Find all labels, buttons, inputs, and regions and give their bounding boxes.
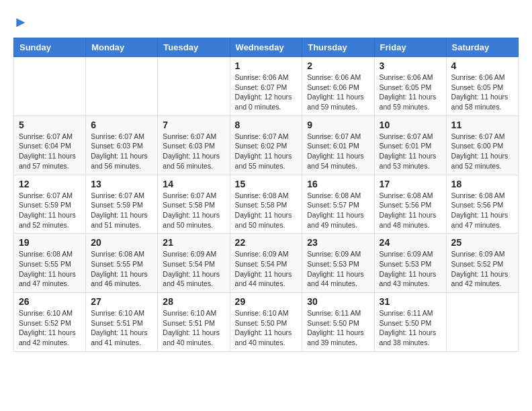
day-number: 28 [163,296,224,307]
day-number: 10 [380,120,441,130]
day-info: Sunrise: 6:07 AM Sunset: 6:01 PM Dayligh… [380,132,441,171]
day-number: 1 [235,60,298,71]
day-info: Sunrise: 6:08 AM Sunset: 5:56 PM Dayligh… [380,191,441,230]
day-info: Sunrise: 6:07 AM Sunset: 6:01 PM Dayligh… [307,132,369,171]
day-info: Sunrise: 6:08 AM Sunset: 5:55 PM Dayligh… [19,249,81,289]
weekday-header: Monday [86,38,158,57]
logo: ► [13,13,28,31]
day-info: Sunrise: 6:07 AM Sunset: 5:58 PM Dayligh… [163,191,224,230]
day-number: 20 [91,237,152,248]
day-number: 21 [163,237,224,248]
day-info: Sunrise: 6:09 AM Sunset: 5:54 PM Dayligh… [235,249,298,289]
calendar-cell: 16Sunrise: 6:08 AM Sunset: 5:57 PM Dayli… [302,175,374,234]
day-number: 6 [91,120,152,130]
weekday-header: Sunday [14,38,86,57]
day-number: 18 [451,179,513,189]
day-number: 15 [235,179,298,189]
calendar-cell: 11Sunrise: 6:07 AM Sunset: 6:00 PM Dayli… [446,116,518,175]
day-info: Sunrise: 6:10 AM Sunset: 5:52 PM Dayligh… [19,308,81,348]
weekday-header: Wednesday [230,38,302,57]
calendar-cell: 23Sunrise: 6:09 AM Sunset: 5:53 PM Dayli… [302,234,374,293]
calendar-week-row: 12Sunrise: 6:07 AM Sunset: 5:59 PM Dayli… [14,175,519,234]
day-info: Sunrise: 6:07 AM Sunset: 6:00 PM Dayligh… [451,132,513,171]
calendar-cell: 4Sunrise: 6:06 AM Sunset: 6:05 PM Daylig… [446,57,518,116]
day-number: 8 [235,120,298,130]
calendar-cell: 20Sunrise: 6:08 AM Sunset: 5:55 PM Dayli… [86,234,158,293]
day-number: 5 [19,120,81,130]
day-number: 3 [380,60,441,71]
day-info: Sunrise: 6:07 AM Sunset: 5:59 PM Dayligh… [91,191,152,230]
calendar-cell: 2Sunrise: 6:06 AM Sunset: 6:06 PM Daylig… [302,57,374,116]
calendar-cell: 9Sunrise: 6:07 AM Sunset: 6:01 PM Daylig… [302,116,374,175]
day-number: 7 [163,120,224,130]
day-info: Sunrise: 6:07 AM Sunset: 6:03 PM Dayligh… [91,132,152,171]
day-number: 2 [307,60,369,71]
calendar-cell: 18Sunrise: 6:08 AM Sunset: 5:56 PM Dayli… [446,175,518,234]
day-info: Sunrise: 6:10 AM Sunset: 5:50 PM Dayligh… [235,308,298,348]
day-info: Sunrise: 6:10 AM Sunset: 5:51 PM Dayligh… [91,308,152,348]
calendar-cell: 14Sunrise: 6:07 AM Sunset: 5:58 PM Dayli… [158,175,230,234]
day-info: Sunrise: 6:07 AM Sunset: 6:03 PM Dayligh… [163,132,224,171]
calendar-cell: 27Sunrise: 6:10 AM Sunset: 5:51 PM Dayli… [86,293,158,352]
calendar-cell [14,57,86,116]
calendar-week-row: 5Sunrise: 6:07 AM Sunset: 6:04 PM Daylig… [14,116,519,175]
day-number: 19 [19,237,81,248]
calendar-cell: 10Sunrise: 6:07 AM Sunset: 6:01 PM Dayli… [374,116,446,175]
calendar-cell: 26Sunrise: 6:10 AM Sunset: 5:52 PM Dayli… [14,293,86,352]
weekday-header: Saturday [446,38,518,57]
calendar-cell: 30Sunrise: 6:11 AM Sunset: 5:50 PM Dayli… [302,293,374,352]
day-info: Sunrise: 6:08 AM Sunset: 5:57 PM Dayligh… [307,191,369,230]
weekday-header: Tuesday [158,38,230,57]
calendar-cell: 1Sunrise: 6:06 AM Sunset: 6:07 PM Daylig… [230,57,302,116]
day-number: 27 [91,296,152,307]
calendar-cell: 7Sunrise: 6:07 AM Sunset: 6:03 PM Daylig… [158,116,230,175]
header: ► [13,13,519,31]
day-number: 24 [380,237,441,248]
day-info: Sunrise: 6:09 AM Sunset: 5:54 PM Dayligh… [163,249,224,289]
day-number: 31 [380,296,441,307]
calendar-week-row: 1Sunrise: 6:06 AM Sunset: 6:07 PM Daylig… [14,57,519,116]
calendar-header-row: SundayMondayTuesdayWednesdayThursdayFrid… [14,38,519,57]
calendar-cell: 17Sunrise: 6:08 AM Sunset: 5:56 PM Dayli… [374,175,446,234]
calendar-cell: 3Sunrise: 6:06 AM Sunset: 6:05 PM Daylig… [374,57,446,116]
day-info: Sunrise: 6:11 AM Sunset: 5:50 PM Dayligh… [307,308,369,348]
calendar-cell [158,57,230,116]
day-number: 16 [307,179,369,189]
calendar-cell: 6Sunrise: 6:07 AM Sunset: 6:03 PM Daylig… [86,116,158,175]
calendar-cell: 31Sunrise: 6:11 AM Sunset: 5:50 PM Dayli… [374,293,446,352]
day-info: Sunrise: 6:09 AM Sunset: 5:53 PM Dayligh… [380,249,441,289]
calendar-cell: 5Sunrise: 6:07 AM Sunset: 6:04 PM Daylig… [14,116,86,175]
day-number: 4 [451,60,513,71]
calendar-cell: 24Sunrise: 6:09 AM Sunset: 5:53 PM Dayli… [374,234,446,293]
calendar-week-row: 26Sunrise: 6:10 AM Sunset: 5:52 PM Dayli… [14,293,519,352]
day-info: Sunrise: 6:08 AM Sunset: 5:55 PM Dayligh… [91,249,152,289]
day-number: 17 [380,179,441,189]
calendar-week-row: 19Sunrise: 6:08 AM Sunset: 5:55 PM Dayli… [14,234,519,293]
day-number: 23 [307,237,369,248]
day-info: Sunrise: 6:09 AM Sunset: 5:53 PM Dayligh… [307,249,369,289]
calendar-cell: 29Sunrise: 6:10 AM Sunset: 5:50 PM Dayli… [230,293,302,352]
day-number: 29 [235,296,298,307]
calendar-cell: 15Sunrise: 6:08 AM Sunset: 5:58 PM Dayli… [230,175,302,234]
day-number: 25 [451,237,513,248]
calendar-cell: 22Sunrise: 6:09 AM Sunset: 5:54 PM Dayli… [230,234,302,293]
calendar-cell: 13Sunrise: 6:07 AM Sunset: 5:59 PM Dayli… [86,175,158,234]
day-info: Sunrise: 6:07 AM Sunset: 6:04 PM Dayligh… [19,132,81,171]
calendar-cell: 12Sunrise: 6:07 AM Sunset: 5:59 PM Dayli… [14,175,86,234]
day-info: Sunrise: 6:06 AM Sunset: 6:05 PM Dayligh… [451,73,513,112]
day-number: 9 [307,120,369,130]
day-number: 11 [451,120,513,130]
calendar-cell: 28Sunrise: 6:10 AM Sunset: 5:51 PM Dayli… [158,293,230,352]
day-number: 14 [163,179,224,189]
day-info: Sunrise: 6:06 AM Sunset: 6:05 PM Dayligh… [380,73,441,112]
calendar-table: SundayMondayTuesdayWednesdayThursdayFrid… [13,38,519,352]
day-info: Sunrise: 6:09 AM Sunset: 5:52 PM Dayligh… [451,249,513,289]
calendar-cell: 8Sunrise: 6:07 AM Sunset: 6:02 PM Daylig… [230,116,302,175]
day-info: Sunrise: 6:08 AM Sunset: 5:56 PM Dayligh… [451,191,513,230]
calendar-cell: 25Sunrise: 6:09 AM Sunset: 5:52 PM Dayli… [446,234,518,293]
calendar-cell: 19Sunrise: 6:08 AM Sunset: 5:55 PM Dayli… [14,234,86,293]
calendar-cell [446,293,518,352]
day-info: Sunrise: 6:10 AM Sunset: 5:51 PM Dayligh… [163,308,224,348]
day-info: Sunrise: 6:11 AM Sunset: 5:50 PM Dayligh… [380,308,441,348]
day-number: 26 [19,296,81,307]
